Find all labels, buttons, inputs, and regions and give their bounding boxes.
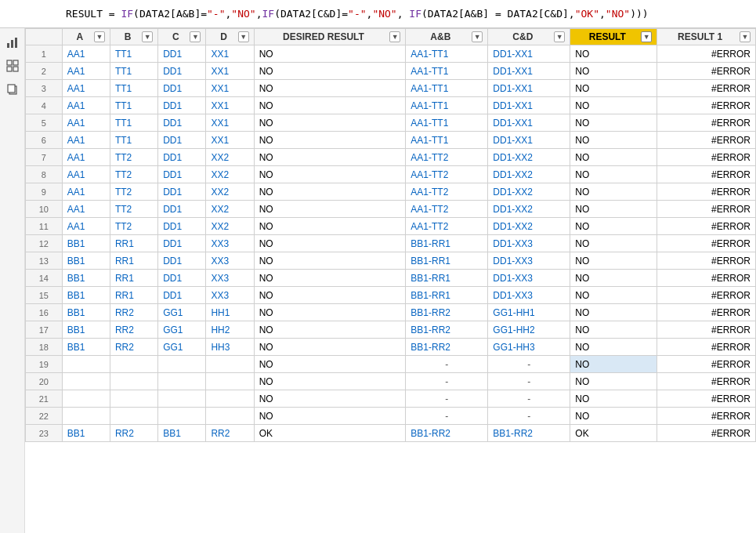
cell-a[interactable]: AA1	[62, 45, 110, 63]
table-row[interactable]: 14BB1RR1DD1XX3NOBB1-RR1DD1-XX3NO#ERROR	[26, 270, 756, 287]
cell-c[interactable]: GG1	[158, 339, 206, 356]
cell-cd[interactable]: GG1-HH2	[488, 321, 570, 339]
cell-c[interactable]: DD1	[158, 235, 206, 252]
table-row[interactable]: 2AA1TT1DD1XX1NOAA1-TT1DD1-XX1NO#ERROR	[26, 63, 756, 80]
col-header-b[interactable]: B ▼	[110, 29, 157, 45]
cell-a[interactable]: BB1	[62, 321, 110, 339]
cell-b[interactable]: TT1	[110, 45, 157, 63]
cell-result[interactable]: NO	[570, 201, 657, 218]
cell-cd[interactable]: BB1-RR2	[488, 425, 570, 442]
cell-b[interactable]	[110, 390, 157, 408]
cell-cd[interactable]: DD1-XX3	[488, 235, 570, 252]
cell-result1[interactable]: #ERROR	[657, 321, 756, 339]
filter-result[interactable]: ▼	[641, 31, 652, 42]
cell-result[interactable]: NO	[570, 166, 657, 183]
cell-desired-result[interactable]: NO	[254, 287, 406, 304]
cell-a[interactable]: BB1	[62, 304, 110, 321]
filter-result1[interactable]: ▼	[740, 31, 751, 42]
table-row[interactable]: 22NO--NO#ERROR	[26, 408, 756, 425]
cell-desired-result[interactable]: NO	[254, 252, 406, 270]
cell-a[interactable]: AA1	[62, 97, 110, 114]
col-header-c[interactable]: C ▼	[158, 29, 206, 45]
cell-result[interactable]: NO	[570, 321, 657, 339]
cell-ab[interactable]: BB1-RR1	[406, 252, 488, 270]
cell-result[interactable]: NO	[570, 270, 657, 287]
cell-result1[interactable]: #ERROR	[657, 166, 756, 183]
cell-d[interactable]: XX1	[206, 45, 254, 63]
cell-b[interactable]	[110, 373, 157, 390]
cell-desired-result[interactable]: NO	[254, 321, 406, 339]
cell-desired-result[interactable]: NO	[254, 80, 406, 97]
filter-ab[interactable]: ▼	[472, 31, 483, 42]
cell-b[interactable]: RR2	[110, 304, 157, 321]
cell-result1[interactable]: #ERROR	[657, 45, 756, 63]
cell-ab[interactable]: AA1-TT2	[406, 149, 488, 166]
cell-a[interactable]: AA1	[62, 132, 110, 149]
cell-c[interactable]: DD1	[158, 201, 206, 218]
table-row[interactable]: 20NO--NO#ERROR	[26, 373, 756, 390]
cell-ab[interactable]: AA1-TT2	[406, 201, 488, 218]
cell-cd[interactable]: DD1-XX3	[488, 287, 570, 304]
cell-c[interactable]: DD1	[158, 114, 206, 132]
cell-ab[interactable]: AA1-TT1	[406, 114, 488, 132]
cell-result1[interactable]: #ERROR	[657, 149, 756, 166]
cell-d[interactable]: XX3	[206, 287, 254, 304]
cell-c[interactable]: DD1	[158, 132, 206, 149]
table-row[interactable]: 11AA1TT2DD1XX2NOAA1-TT2DD1-XX2NO#ERROR	[26, 218, 756, 235]
cell-result1[interactable]: #ERROR	[657, 201, 756, 218]
cell-b[interactable]: TT2	[110, 166, 157, 183]
table-row[interactable]: 21NO--NO#ERROR	[26, 390, 756, 408]
cell-ab[interactable]: BB1-RR2	[406, 304, 488, 321]
cell-cd[interactable]: -	[488, 356, 570, 373]
cell-result1[interactable]: #ERROR	[657, 235, 756, 252]
cell-ab[interactable]: AA1-TT1	[406, 132, 488, 149]
cell-a[interactable]: BB1	[62, 235, 110, 252]
cell-ab[interactable]: BB1-RR1	[406, 270, 488, 287]
cell-cd[interactable]: DD1-XX2	[488, 218, 570, 235]
cell-b[interactable]: RR2	[110, 425, 157, 442]
cell-cd[interactable]: DD1-XX2	[488, 149, 570, 166]
cell-desired-result[interactable]: NO	[254, 235, 406, 252]
cell-result[interactable]: NO	[570, 63, 657, 80]
cell-desired-result[interactable]: NO	[254, 390, 406, 408]
cell-d[interactable]: XX3	[206, 270, 254, 287]
col-header-result[interactable]: RESULT ▼	[570, 29, 657, 45]
spreadsheet[interactable]: A ▼ B ▼ C	[25, 28, 756, 533]
cell-d[interactable]	[206, 356, 254, 373]
cell-result1[interactable]: #ERROR	[657, 270, 756, 287]
cell-c[interactable]	[158, 408, 206, 425]
cell-a[interactable]: BB1	[62, 425, 110, 442]
cell-d[interactable]: HH2	[206, 321, 254, 339]
cell-a[interactable]: BB1	[62, 339, 110, 356]
cell-result[interactable]: NO	[570, 97, 657, 114]
cell-result1[interactable]: #ERROR	[657, 408, 756, 425]
cell-c[interactable]: DD1	[158, 63, 206, 80]
cell-c[interactable]: DD1	[158, 149, 206, 166]
cell-ab[interactable]: AA1-TT2	[406, 218, 488, 235]
cell-b[interactable]: TT1	[110, 132, 157, 149]
cell-desired-result[interactable]: NO	[254, 183, 406, 201]
filter-b[interactable]: ▼	[142, 31, 153, 42]
cell-result[interactable]: NO	[570, 252, 657, 270]
cell-a[interactable]: AA1	[62, 183, 110, 201]
table-row[interactable]: 16BB1RR2GG1HH1NOBB1-RR2GG1-HH1NO#ERROR	[26, 304, 756, 321]
cell-c[interactable]: DD1	[158, 166, 206, 183]
cell-result[interactable]: NO	[570, 235, 657, 252]
cell-ab[interactable]: AA1-TT2	[406, 183, 488, 201]
cell-cd[interactable]: DD1-XX3	[488, 252, 570, 270]
col-header-d[interactable]: D ▼	[206, 29, 254, 45]
cell-desired-result[interactable]: NO	[254, 45, 406, 63]
filter-cd[interactable]: ▼	[554, 31, 565, 42]
cell-result1[interactable]: #ERROR	[657, 356, 756, 373]
cell-result[interactable]: NO	[570, 339, 657, 356]
cell-c[interactable]: DD1	[158, 252, 206, 270]
cell-b[interactable]: TT1	[110, 97, 157, 114]
cell-c[interactable]: GG1	[158, 304, 206, 321]
cell-result1[interactable]: #ERROR	[657, 114, 756, 132]
cell-b[interactable]: TT2	[110, 201, 157, 218]
cell-d[interactable]: HH1	[206, 304, 254, 321]
cell-c[interactable]: DD1	[158, 218, 206, 235]
cell-b[interactable]	[110, 356, 157, 373]
col-header-ab[interactable]: A&B ▼	[406, 29, 488, 45]
cell-b[interactable]: RR1	[110, 252, 157, 270]
